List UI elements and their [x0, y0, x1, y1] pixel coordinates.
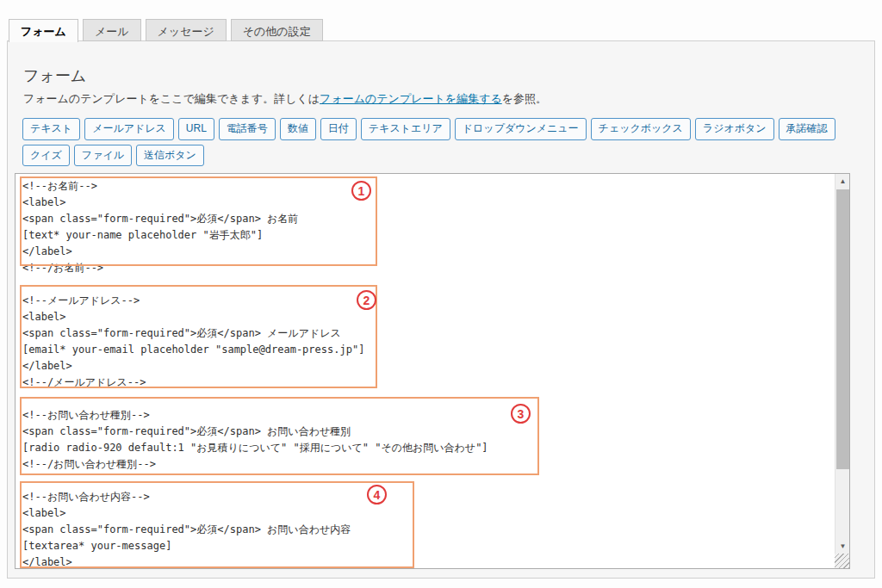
panel-heading: フォーム — [23, 65, 86, 86]
annotation-number-3: 3 — [511, 404, 531, 424]
editor-tab-bar: フォームメールメッセージその他の設定 — [9, 19, 327, 42]
form-template-textarea[interactable]: <!--お名前--> <label> <span class="form-req… — [15, 173, 850, 569]
tab-form[interactable]: フォーム — [9, 19, 78, 42]
textarea-resize-grip-icon[interactable] — [835, 554, 849, 568]
tab-additional-settings[interactable]: その他の設定 — [231, 19, 323, 41]
tag-button-tel[interactable]: 電話番号 — [219, 118, 276, 140]
description-text-before: フォームのテンプレートをここで編集できます。詳しくは — [23, 92, 320, 105]
tag-button-quiz[interactable]: クイズ — [22, 145, 70, 167]
tag-button-number[interactable]: 数値 — [280, 118, 316, 140]
tag-button-select[interactable]: ドロップダウンメニュー — [455, 118, 587, 140]
scrollbar-thumb[interactable] — [836, 189, 849, 469]
tag-button-date[interactable]: 日付 — [320, 118, 357, 140]
tag-generator-buttons: テキストメールアドレスURL電話番号数値日付テキストエリアドロップダウンメニュー… — [22, 118, 868, 166]
tab-mail[interactable]: メール — [83, 19, 141, 41]
panel-description: フォームのテンプレートをここで編集できます。詳しくはフォームのテンプレートを編集… — [23, 91, 547, 107]
scroll-up-arrow-icon[interactable]: ▲ — [835, 174, 850, 189]
edit-template-link[interactable]: フォームのテンプレートを編集する — [320, 92, 502, 105]
tag-button-text[interactable]: テキスト — [22, 118, 80, 140]
tag-button-file[interactable]: ファイル — [74, 145, 132, 167]
tag-button-url[interactable]: URL — [178, 118, 214, 140]
tag-button-radio[interactable]: ラジオボタン — [695, 118, 774, 140]
textarea-scrollbar[interactable]: ▲ ▼ — [835, 174, 849, 568]
form-editor-panel: フォーム フォームのテンプレートをここで編集できます。詳しくはフォームのテンプレ… — [7, 40, 875, 579]
tag-button-checkbox[interactable]: チェックボックス — [591, 118, 691, 140]
form-template-code: <!--お名前--> <label> <span class="form-req… — [22, 178, 488, 569]
tag-button-submit[interactable]: 送信ボタン — [136, 145, 204, 167]
tag-button-acceptance[interactable]: 承諾確認 — [779, 118, 835, 140]
tab-messages[interactable]: メッセージ — [146, 19, 227, 41]
scroll-down-arrow-icon[interactable]: ▼ — [835, 539, 850, 554]
tag-button-email[interactable]: メールアドレス — [84, 118, 174, 140]
description-text-after: を参照。 — [502, 92, 547, 105]
tag-button-textarea[interactable]: テキストエリア — [361, 118, 450, 140]
